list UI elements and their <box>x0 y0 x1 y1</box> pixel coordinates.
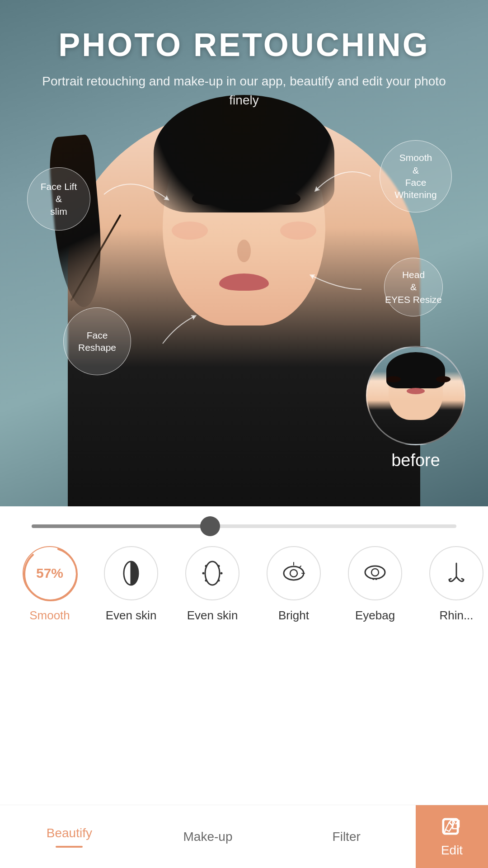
eyebag-circle <box>348 546 402 600</box>
eyebag-label: Eyebag <box>355 609 395 623</box>
smooth-whitening-circle: Smooth&FaceWhitening <box>380 140 452 212</box>
even-skin-2-icon <box>198 559 227 588</box>
smooth-label: Smooth <box>29 609 70 623</box>
rhinoplasty-icon <box>442 559 471 588</box>
head-eyes-text: Head&EYES Resize <box>385 269 442 306</box>
tools-section: 57% Smooth Even skin <box>0 533 488 632</box>
svg-point-12 <box>284 566 304 580</box>
slider-fill <box>32 524 210 528</box>
bright-label: Bright <box>278 609 309 623</box>
tool-smooth-circle: 57% <box>23 546 77 600</box>
tool-bright[interactable]: Bright <box>253 546 334 623</box>
svg-point-6 <box>205 565 207 567</box>
nav-makeup[interactable]: Make-up <box>139 805 277 868</box>
cheek-right <box>280 222 316 240</box>
annotation-face-reshape: FaceReshape <box>63 307 131 375</box>
smooth-ring-svg <box>22 545 80 603</box>
annotation-face-lift: Face Lift&slim <box>27 167 90 231</box>
annotation-smooth-whitening: Smooth&FaceWhitening <box>380 140 452 212</box>
nav-spacer <box>0 632 488 695</box>
nav-filter[interactable]: Filter <box>277 805 416 868</box>
edit-icon <box>440 816 464 840</box>
svg-point-13 <box>290 570 297 577</box>
annotation-head-eyes: Head&EYES Resize <box>384 258 443 316</box>
before-thumbnail: before <box>366 346 465 470</box>
hair-top <box>154 95 334 212</box>
slider-thumb[interactable] <box>200 516 220 536</box>
svg-point-7 <box>218 565 220 567</box>
tool-even-skin-1[interactable]: Even skin <box>90 546 172 623</box>
face-lift-text: Face Lift&slim <box>41 180 77 217</box>
hero-section: PHOTO RETOUCHING Portrait retouching and… <box>0 0 488 506</box>
bright-icon <box>279 559 308 588</box>
before-label: before <box>366 451 465 470</box>
svg-point-8 <box>202 572 205 575</box>
nav-filter-label: Filter <box>333 830 361 844</box>
before-circle-image <box>366 346 465 445</box>
hero-title: PHOTO RETOUCHING <box>0 27 488 63</box>
svg-line-15 <box>299 566 301 568</box>
svg-point-11 <box>218 580 220 582</box>
tool-eyebag[interactable]: Eyebag <box>334 546 416 623</box>
nav-makeup-label: Make-up <box>183 830 233 844</box>
rhinoplasty-label: Rhin... <box>439 609 473 623</box>
nav-edit-button[interactable]: Edit <box>416 805 488 868</box>
cheek-left <box>172 222 208 240</box>
head-eyes-circle: Head&EYES Resize <box>384 258 443 316</box>
face-reshape-text: FaceReshape <box>78 329 116 354</box>
nav-beautify-label: Beautify <box>47 826 92 840</box>
svg-point-5 <box>205 561 220 585</box>
lips <box>219 274 269 291</box>
tool-smooth[interactable]: 57% Smooth <box>9 546 90 623</box>
rhinoplasty-circle <box>429 546 483 600</box>
slider-track[interactable] <box>32 524 456 528</box>
svg-point-18 <box>371 569 379 576</box>
svg-line-21 <box>445 830 446 832</box>
even-skin-1-circle <box>104 546 158 600</box>
face-lift-circle: Face Lift&slim <box>27 167 90 231</box>
tool-rhinoplasty[interactable]: Rhin... <box>416 546 488 623</box>
nav-beautify[interactable]: Beautify <box>0 805 139 868</box>
slider-section <box>0 506 488 533</box>
nav-edit-label: Edit <box>441 843 463 858</box>
tool-even-skin-2[interactable]: Even skin <box>172 546 253 623</box>
svg-point-10 <box>205 580 207 582</box>
even-skin-2-circle <box>185 546 239 600</box>
face-reshape-circle: FaceReshape <box>63 307 131 375</box>
svg-point-9 <box>221 572 223 575</box>
hero-text-area: PHOTO RETOUCHING Portrait retouching and… <box>0 0 488 110</box>
beautify-active-indicator <box>56 846 83 848</box>
nose <box>237 240 251 262</box>
bottom-nav: Beautify Make-up Filter Edit <box>0 805 488 868</box>
bright-circle <box>267 546 321 600</box>
eyebag-icon <box>361 559 389 588</box>
even-skin-2-label: Even skin <box>187 609 238 623</box>
smooth-whitening-text: Smooth&FaceWhitening <box>394 151 436 201</box>
svg-point-0 <box>24 548 77 600</box>
hero-subtitle: Portrait retouching and make-up in our a… <box>0 72 488 110</box>
even-skin-1-icon <box>117 559 145 588</box>
even-skin-1-label: Even skin <box>106 609 157 623</box>
